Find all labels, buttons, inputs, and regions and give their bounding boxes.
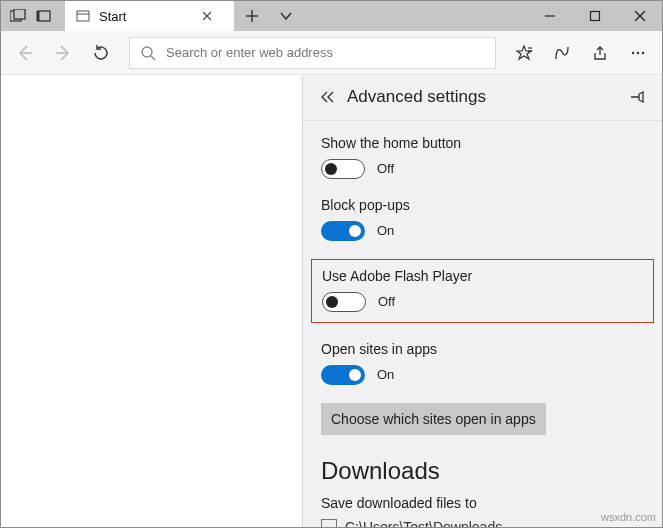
save-files-label: Save downloaded files to [321,495,644,511]
tab-close-button[interactable] [202,11,226,21]
toggle-state: On [377,367,394,382]
choose-sites-button[interactable]: Choose which sites open in apps [321,403,546,435]
panel-pin-button[interactable] [624,84,650,110]
svg-line-17 [151,56,155,60]
window-controls [527,1,662,31]
task-view-icon[interactable] [5,1,31,31]
share-button[interactable] [582,35,618,71]
tab-actions-dropdown[interactable] [269,1,303,31]
new-tab-button[interactable] [235,1,269,31]
flash-toggle[interactable] [322,292,366,312]
setting-label: Show the home button [321,135,644,151]
svg-rect-2 [38,11,50,21]
setting-label: Use Adobe Flash Player [322,268,643,284]
tab-start[interactable]: Start [65,1,235,31]
svg-point-22 [632,51,634,53]
panel-title: Advanced settings [347,87,624,107]
address-bar[interactable]: Search or enter web address [129,37,496,69]
address-placeholder: Search or enter web address [166,45,333,60]
block-popups-toggle[interactable] [321,221,365,241]
panel-header: Advanced settings [303,75,662,121]
browser-window: Start [0,0,663,528]
home-button-toggle[interactable] [321,159,365,179]
search-icon [140,45,156,61]
panel-body: Show the home button Off Block pop-ups O… [303,121,662,527]
minimize-button[interactable] [527,1,572,31]
setting-block-popups: Block pop-ups On [321,197,644,241]
svg-point-16 [142,47,152,57]
download-path-row: C:\Users\Test\Downloads [321,519,644,527]
new-tab-area [235,1,303,31]
forward-button[interactable] [45,35,81,71]
refresh-button[interactable] [83,35,119,71]
maximize-button[interactable] [572,1,617,31]
settings-panel: Advanced settings Show the home button O… [302,75,662,527]
toggle-state: Off [378,294,395,309]
titlebar: Start [1,1,662,31]
svg-point-24 [642,51,644,53]
content-area: Advanced settings Show the home button O… [1,75,662,527]
svg-rect-11 [590,12,599,21]
setting-label: Open sites in apps [321,341,644,357]
setting-home-button: Show the home button Off [321,135,644,179]
tab-title: Start [99,9,202,24]
more-button[interactable] [620,35,656,71]
svg-point-23 [637,51,639,53]
reading-list-button[interactable] [544,35,580,71]
open-sites-apps-toggle[interactable] [321,365,365,385]
svg-rect-1 [14,9,25,19]
toggle-state: Off [377,161,394,176]
panel-back-button[interactable] [315,84,341,110]
setting-flash: Use Adobe Flash Player Off [322,268,643,312]
back-button[interactable] [7,35,43,71]
folder-icon [321,519,337,527]
close-window-button[interactable] [617,1,662,31]
highlight-box: Use Adobe Flash Player Off [311,259,654,323]
favorites-button[interactable] [506,35,542,71]
setting-open-sites-apps: Open sites in apps On [321,341,644,385]
tab-strip: Start [65,1,235,31]
set-aside-tabs-icon[interactable] [31,1,57,31]
svg-rect-4 [77,11,89,21]
download-path: C:\Users\Test\Downloads [345,519,502,527]
downloads-heading: Downloads [321,457,644,485]
toggle-state: On [377,223,394,238]
navigation-toolbar: Search or enter web address [1,31,662,75]
titlebar-left-icons [1,1,61,31]
setting-label: Block pop-ups [321,197,644,213]
tab-favicon [75,8,91,24]
watermark: wsxdn.com [601,511,656,523]
